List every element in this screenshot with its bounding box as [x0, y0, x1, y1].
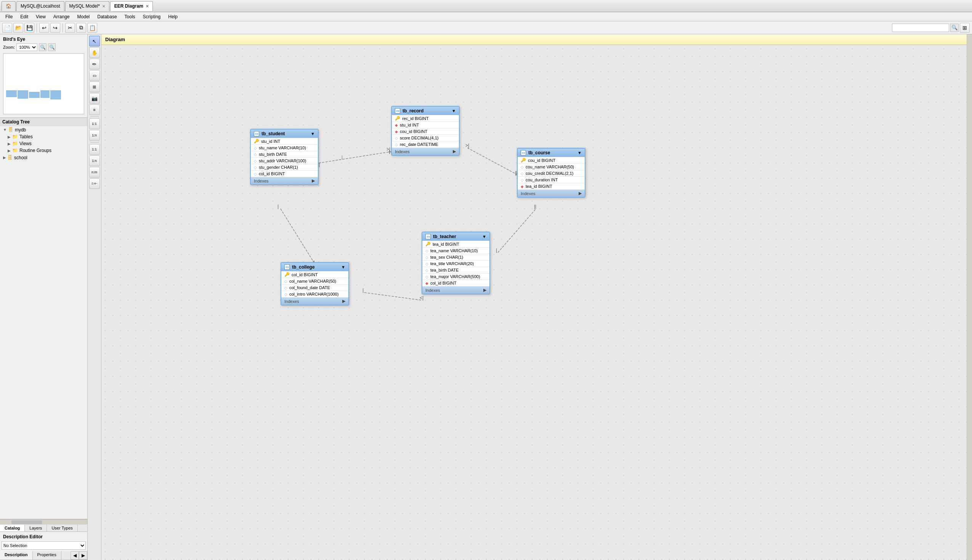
- tab-eer-close[interactable]: ✕: [145, 4, 149, 8]
- teacher-col_id-name: col_id BIGINT: [430, 281, 456, 285]
- course-cou_name-icon: ◇: [521, 165, 524, 169]
- table-arrow-college[interactable]: ▼: [341, 265, 345, 269]
- desc-editor-select[interactable]: No Selection: [2, 541, 86, 550]
- tree-item-mydb[interactable]: ▼ 🗄 mydb: [0, 126, 87, 133]
- birds-eye-canvas[interactable]: [3, 53, 84, 114]
- table-icon-course: ▭: [521, 150, 526, 155]
- tab-home[interactable]: 🏠: [2, 1, 16, 11]
- menu-arrange[interactable]: Arrange: [50, 13, 73, 20]
- table-tb-course-footer[interactable]: Indexes ▶: [518, 190, 585, 197]
- tool-select-btn[interactable]: ↖: [89, 36, 100, 47]
- course-cou_id-name: cou_id BIGINT: [528, 158, 555, 163]
- catalog-scrollbar[interactable]: [0, 519, 87, 525]
- toolbar-new-btn[interactable]: 📄: [2, 23, 12, 33]
- tree-label-school: school: [14, 155, 27, 160]
- menu-scripting[interactable]: Scripting: [139, 13, 165, 20]
- table-tb-teacher-footer[interactable]: Indexes ▶: [423, 287, 489, 294]
- tree-item-school[interactable]: ▶ 🗄 school: [0, 154, 87, 161]
- record-score-icon: ◇: [395, 136, 398, 140]
- teacher-tea_title-name: tea_title VARCHAR(20): [430, 261, 474, 266]
- tab-eer[interactable]: EER Diagram ✕: [110, 1, 153, 11]
- record-field-rec_date: ◇ rec_date DATETIME: [392, 141, 459, 148]
- toolbar-view-btn[interactable]: ⊞: [960, 23, 970, 33]
- tool-pan-btn[interactable]: ✋: [89, 47, 100, 58]
- tool-draw-btn[interactable]: ✏: [89, 59, 100, 69]
- tree-item-routines[interactable]: ▶ 📁 Routine Groups: [0, 147, 87, 154]
- menu-tools[interactable]: Tools: [121, 13, 139, 20]
- zoom-select[interactable]: 100% 75% 50% 125% 150%: [17, 43, 37, 51]
- svg-line-3: [281, 209, 315, 264]
- tool-table-btn[interactable]: ▭: [89, 70, 100, 81]
- table-tb-course-header[interactable]: ▭ tb_course ▼: [518, 148, 585, 157]
- right-scrollbar[interactable]: [967, 34, 972, 560]
- tab-catalog[interactable]: Catalog: [0, 525, 25, 532]
- table-tb-course[interactable]: ▭ tb_course ▼ 🔑 cou_id BIGINT ◇ cou_name…: [517, 148, 586, 198]
- toolbar-redo-btn[interactable]: ↪: [50, 23, 60, 33]
- tab-layers[interactable]: Layers: [25, 525, 47, 532]
- course-cou_credit-name: cou_credit DECIMAL(2,1): [526, 171, 573, 176]
- table-tb-student[interactable]: ▭ tb_student ▼ 🔑 stu_id INT ◇ stu_name V…: [250, 129, 319, 185]
- zoom-label: Zoom:: [3, 45, 15, 50]
- zoom-out-btn[interactable]: 🔍: [48, 43, 56, 51]
- tool-1ton-btn[interactable]: 1:n: [89, 130, 100, 140]
- table-tb-record[interactable]: ▭ tb_record ▼ 🔑 rec_id BIGINT ◆ stu_id I…: [391, 106, 460, 156]
- tool-ntom-btn[interactable]: n:m: [89, 167, 100, 178]
- table-arrow-course[interactable]: ▼: [578, 150, 582, 155]
- table-tb-teacher[interactable]: ▭ tb_teacher ▼ 🔑 tea_id BIGINT ◇ tea_nam…: [422, 232, 490, 295]
- side-sep2: [90, 142, 99, 142]
- editor-tab-properties[interactable]: Properties: [33, 551, 61, 560]
- tool-1to1id-btn[interactable]: 1:1: [89, 144, 100, 155]
- tab-model[interactable]: MySQL Model* ✕: [65, 1, 109, 11]
- toolbar-paste-btn[interactable]: 📋: [87, 23, 97, 33]
- editor-tab-description[interactable]: Description: [0, 551, 33, 560]
- table-tb-college[interactable]: ▭ tb_college ▼ 🔑 col_id BIGINT ◇ col_nam…: [281, 262, 349, 305]
- toolbar-cut-btn[interactable]: ✂: [65, 23, 75, 33]
- table-arrow-student[interactable]: ▼: [311, 132, 315, 136]
- tab-localhost[interactable]: MySQL@Localhost: [17, 1, 64, 11]
- menu-view[interactable]: View: [32, 13, 50, 20]
- editor-nav-next[interactable]: ▶: [79, 551, 87, 560]
- teacher-tea_id-icon: 🔑: [425, 242, 431, 247]
- menu-help[interactable]: Help: [164, 13, 182, 20]
- table-tb-teacher-header[interactable]: ▭ tb_teacher ▼: [423, 232, 489, 241]
- toolbar-open-btn[interactable]: 📂: [13, 23, 23, 33]
- description-editor: Description Editor No Selection: [0, 532, 87, 551]
- tool-1to1-btn[interactable]: 1:1: [89, 118, 100, 129]
- table-icon-teacher: ▭: [425, 234, 431, 239]
- zoom-in-btn[interactable]: 🔍: [39, 43, 47, 51]
- tool-nto1-btn[interactable]: ⊣n:1: [89, 178, 100, 189]
- menu-file[interactable]: File: [2, 13, 17, 20]
- menu-model[interactable]: Model: [73, 13, 94, 20]
- table-tb-college-footer[interactable]: Indexes ▶: [281, 298, 348, 305]
- tool-image-btn[interactable]: 📷: [89, 93, 100, 103]
- table-arrow-record[interactable]: ▼: [452, 108, 456, 113]
- table-tb-student-header[interactable]: ▭ tb_student ▼: [251, 130, 318, 138]
- teacher-field-col_id: ◆ col_id BIGINT: [423, 280, 489, 287]
- tree-label-tables: Tables: [20, 134, 33, 140]
- editor-nav-prev[interactable]: ◀: [70, 551, 79, 560]
- table-tb-record-footer[interactable]: Indexes ▶: [392, 148, 459, 155]
- table-arrow-teacher[interactable]: ▼: [482, 234, 486, 239]
- tree-item-tables[interactable]: ▶ 📁 Tables: [0, 133, 87, 140]
- tool-1tonid-btn[interactable]: 1:n: [89, 155, 100, 166]
- tab-localhost-label: MySQL@Localhost: [20, 3, 60, 9]
- table-tb-student-footer[interactable]: Indexes ▶: [251, 177, 318, 184]
- table-tb-college-header[interactable]: ▭ tb_college ▼: [281, 263, 348, 271]
- toolbar-copy-btn[interactable]: ⧉: [76, 23, 86, 33]
- tab-user-types[interactable]: User Types: [47, 525, 77, 532]
- menu-database[interactable]: Database: [94, 13, 120, 20]
- table-tb-record-header[interactable]: ▭ tb_record ▼: [392, 107, 459, 115]
- tool-grid-btn[interactable]: ⊞: [89, 82, 100, 92]
- tree-item-views[interactable]: ▶ 📁 Views: [0, 140, 87, 147]
- toolbar-undo-btn[interactable]: ↩: [39, 23, 49, 33]
- diagram-canvas[interactable]: | | >| >| || | ||: [101, 45, 967, 560]
- tab-model-close[interactable]: ✕: [102, 4, 105, 8]
- toolbar-search-input[interactable]: [892, 23, 949, 32]
- tool-note-btn[interactable]: ≡: [89, 104, 100, 115]
- toolbar-search-btn[interactable]: 🔍: [950, 23, 959, 32]
- toolbar-save-btn[interactable]: 💾: [24, 23, 34, 33]
- editor-nav: ◀ ▶: [70, 551, 87, 560]
- teacher-tea_sex-icon: ◇: [425, 255, 428, 260]
- menu-edit[interactable]: Edit: [17, 13, 32, 20]
- db-icon-school: 🗄: [8, 155, 13, 160]
